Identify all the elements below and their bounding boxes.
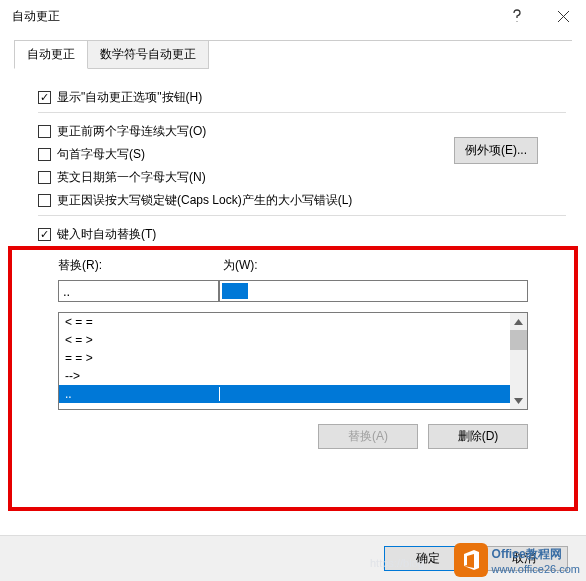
label-capslock: 更正因误按大写锁定键(Caps Lock)产生的大小写错误(L) [57, 192, 352, 209]
list-item[interactable]: < = > [59, 331, 510, 349]
checkbox-replace-on-type[interactable] [38, 228, 51, 241]
label-sentence-caps: 句首字母大写(S) [57, 146, 145, 163]
label-replace-on-type: 键入时自动替换(T) [57, 226, 156, 243]
replace-input[interactable] [58, 280, 219, 302]
checkbox-two-caps[interactable] [38, 125, 51, 138]
tab-autocorrect[interactable]: 自动更正 [14, 40, 88, 69]
dialog-title: 自动更正 [12, 8, 494, 25]
label-eng-date: 英文日期第一个字母大写(N) [57, 169, 206, 186]
delete-button[interactable]: 删除(D) [428, 424, 528, 449]
tab-math-autocorrect[interactable]: 数学符号自动更正 [87, 40, 209, 69]
scroll-up-button[interactable] [510, 313, 527, 330]
list-item[interactable]: = = > [59, 349, 510, 367]
label-replace: 替换(R): [58, 257, 223, 274]
list-item[interactable]: < = = [59, 313, 510, 331]
checkbox-capslock[interactable] [38, 194, 51, 207]
label-with: 为(W): [223, 257, 258, 274]
scroll-down-button[interactable] [510, 392, 527, 409]
list-item[interactable]: .. [59, 385, 510, 403]
checkbox-eng-date[interactable] [38, 171, 51, 184]
autocorrect-list[interactable]: < = =< = >= = >-->.. [58, 312, 528, 410]
list-item[interactable]: --> [59, 367, 510, 385]
tab-divider [14, 40, 572, 41]
checkbox-show-autocorrect-button[interactable] [38, 91, 51, 104]
divider [38, 215, 566, 216]
ok-button[interactable]: 确定 [384, 546, 472, 571]
close-button[interactable] [540, 0, 586, 32]
replace-button: 替换(A) [318, 424, 418, 449]
cancel-button[interactable]: 取消 [480, 546, 568, 571]
scrollbar[interactable] [510, 313, 527, 409]
help-button[interactable] [494, 0, 540, 32]
with-input-selection [222, 283, 248, 299]
exceptions-button[interactable]: 例外项(E)... [454, 137, 538, 164]
divider [38, 112, 566, 113]
with-input[interactable] [219, 280, 528, 302]
scroll-track[interactable] [510, 330, 527, 392]
label-show-autocorrect-button: 显示"自动更正选项"按钮(H) [57, 89, 202, 106]
scroll-thumb[interactable] [510, 330, 527, 350]
label-two-caps: 更正前两个字母连续大写(O) [57, 123, 206, 140]
checkbox-sentence-caps[interactable] [38, 148, 51, 161]
